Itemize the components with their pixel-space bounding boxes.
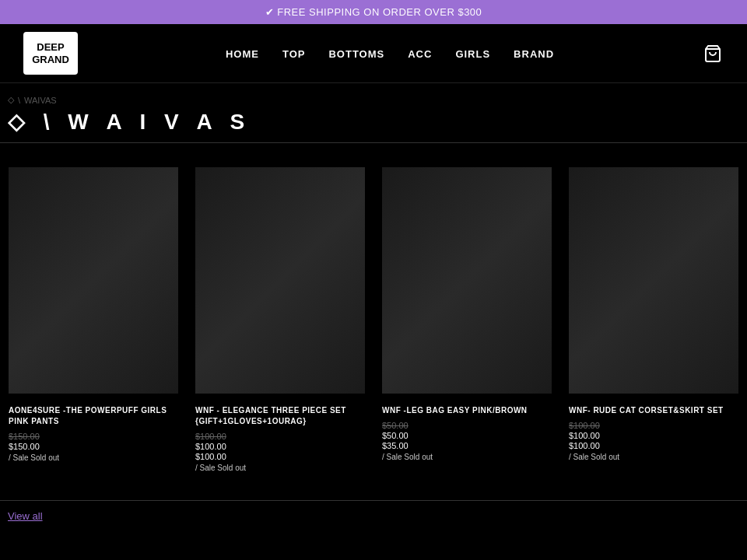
nav-link-bottoms[interactable]: BOTTOMS [328,48,384,60]
cart-icon [703,44,722,63]
nav-link-top[interactable]: TOP [282,48,306,60]
product-name: AONE4SURE -THE POWERPUFF GIRLS PINK PANT… [9,405,178,427]
product-image [195,167,365,394]
sold-out-badge: Sale Sold out [13,453,60,462]
product-image [569,167,738,394]
nav-link-acc[interactable]: ACC [408,48,432,60]
breadcrumb: ◇ \ WAIVAS [8,95,739,105]
price-current: $150.00 [9,442,40,451]
view-all-section: View all [0,500,747,530]
product-image [382,167,552,394]
nav-link-home[interactable]: HOME [226,48,259,60]
view-all-link[interactable]: View all [8,510,43,522]
footer-space [0,530,747,560]
price-original: $150.00 [9,432,40,441]
product-name: WNF- RUDE CAT CORSET&SKIRT SET [569,405,738,416]
breadcrumb-separator: \ [18,96,20,105]
slash-separator: / [9,453,11,462]
sold-out-badge: Sale Sold out [387,453,433,461]
main-nav: HOMETOPBOTTOMSACCGIRLSBRAND [226,47,554,61]
cart-button[interactable] [702,43,724,65]
sold-out-badge: Sale Sold out [200,464,247,472]
breadcrumb-current: WAIVAS [24,96,57,105]
price-sale: $100.00 [195,452,226,461]
header: DEEP GRAND HOMETOPBOTTOMSACCGIRLSBRAND [0,24,747,83]
price-current: $50.00 [382,431,409,440]
top-banner: ✔ FREE SHIPPING ON ORDER OVER $300 [0,0,747,24]
price-original: $50.00 [382,421,409,430]
price-sale: $35.00 [382,441,409,450]
nav-link-girls[interactable]: GIRLS [455,48,490,60]
product-card[interactable]: WNF - ELEGANCE THREE PIECE SET {GIFT+1GL… [187,159,374,485]
banner-text: ✔ FREE SHIPPING ON ORDER OVER $300 [265,6,482,18]
product-image [9,167,178,394]
price-original: $100.00 [195,432,226,441]
page-title-area: ◇ \ WAIVAS ◇ \ W A I V A S [0,83,747,143]
product-card[interactable]: WNF -LEG BAG EASY PINK/BROWN$50.00$50.00… [374,159,560,485]
price-sale: $100.00 [569,441,600,450]
breadcrumb-home[interactable]: ◇ [8,95,14,105]
price-original: $100.00 [569,421,600,430]
logo-text: DEEP GRAND [32,41,69,65]
products-grid: AONE4SURE -THE POWERPUFF GIRLS PINK PANT… [0,159,747,485]
page-title: ◇ \ W A I V A S [8,109,739,135]
slash-separator: / [569,453,571,461]
product-card[interactable]: AONE4SURE -THE POWERPUFF GIRLS PINK PANT… [0,159,187,485]
price-current: $100.00 [195,442,226,451]
price-current: $100.00 [569,431,600,440]
slash-separator: / [195,464,198,472]
product-name: WNF -LEG BAG EASY PINK/BROWN [382,405,552,416]
nav-link-brand[interactable]: BRAND [514,48,554,60]
slash-separator: / [382,453,384,461]
product-card[interactable]: WNF- RUDE CAT CORSET&SKIRT SET$100.00$10… [560,159,747,485]
product-name: WNF - ELEGANCE THREE PIECE SET {GIFT+1GL… [195,405,365,427]
logo-box: DEEP GRAND [23,32,78,75]
header-icons [702,43,724,65]
logo-area[interactable]: DEEP GRAND [23,32,78,75]
sold-out-badge: Sale Sold out [573,453,620,461]
products-section: AONE4SURE -THE POWERPUFF GIRLS PINK PANT… [0,143,747,500]
